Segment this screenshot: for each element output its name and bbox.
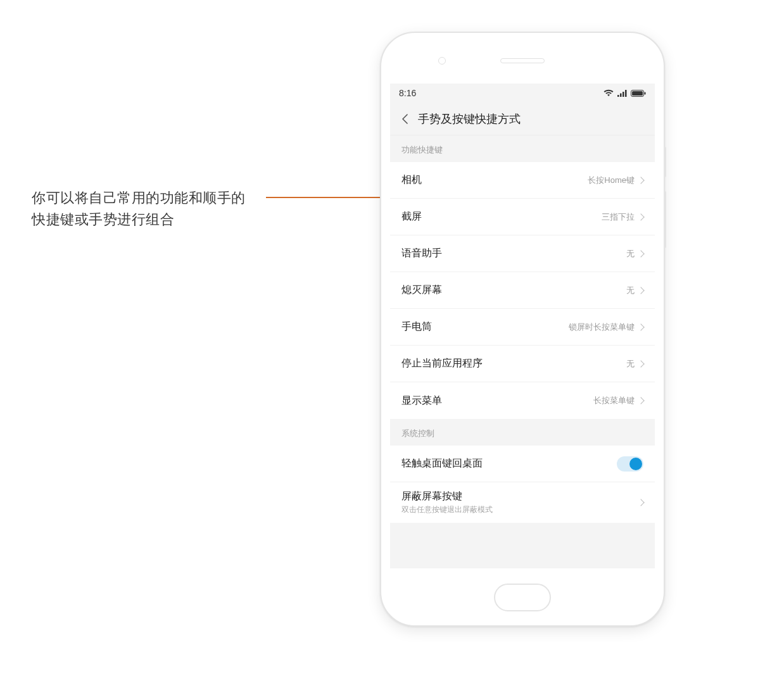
toggle-knob bbox=[629, 458, 642, 470]
content: 功能快捷键 相机 长按Home键 截屏 三指下拉 bbox=[390, 135, 655, 568]
phone-side-button bbox=[664, 191, 666, 248]
chevron-right-icon bbox=[637, 397, 644, 404]
shortcut-list: 相机 长按Home键 截屏 三指下拉 语 bbox=[390, 162, 655, 419]
row-label: 语音助手 bbox=[401, 247, 442, 260]
svg-rect-0 bbox=[617, 95, 619, 97]
back-button[interactable] bbox=[396, 111, 413, 127]
row-block-buttons[interactable]: 屏蔽屏幕按键 双击任意按键退出屏蔽模式 bbox=[390, 482, 655, 523]
row-label: 手电筒 bbox=[401, 320, 432, 334]
screen: 8:16 手势及按键快捷方式 功能快捷键 相机 bbox=[390, 84, 655, 568]
row-value-group: 三指下拉 bbox=[602, 211, 643, 223]
status-icons bbox=[604, 89, 646, 97]
svg-rect-1 bbox=[620, 93, 622, 97]
row-value-group bbox=[638, 500, 643, 505]
row-value: 无 bbox=[626, 358, 635, 370]
battery-icon bbox=[631, 90, 646, 97]
row-label-group: 屏蔽屏幕按键 双击任意按键退出屏蔽模式 bbox=[401, 490, 493, 515]
nav-bar: 手势及按键快捷方式 bbox=[390, 103, 655, 135]
svg-rect-3 bbox=[625, 90, 627, 97]
signal-icon bbox=[617, 90, 627, 97]
row-label: 停止当前应用程序 bbox=[401, 357, 483, 370]
row-value-group: 长按菜单键 bbox=[593, 395, 643, 406]
chevron-right-icon bbox=[637, 499, 644, 506]
toggle-switch[interactable] bbox=[617, 456, 643, 472]
row-value: 长按菜单键 bbox=[593, 395, 635, 406]
row-value: 无 bbox=[626, 285, 635, 296]
row-value-group: 无 bbox=[626, 248, 643, 259]
row-value-group: 无 bbox=[626, 285, 643, 296]
row-value-group: 无 bbox=[626, 358, 643, 370]
system-list: 轻触桌面键回桌面 屏蔽屏幕按键 双击任意按键退出屏蔽模式 bbox=[390, 446, 655, 523]
row-sublabel: 双击任意按键退出屏蔽模式 bbox=[401, 504, 493, 515]
chevron-right-icon bbox=[637, 360, 644, 367]
row-value-group: 锁屏时长按菜单键 bbox=[569, 322, 643, 333]
phone-frame: 8:16 手势及按键快捷方式 功能快捷键 相机 bbox=[380, 32, 665, 627]
row-label: 熄灭屏幕 bbox=[401, 284, 442, 297]
row-home-tap[interactable]: 轻触桌面键回桌面 bbox=[390, 446, 655, 482]
status-time: 8:16 bbox=[399, 88, 416, 98]
chevron-right-icon bbox=[637, 287, 644, 294]
row-value: 无 bbox=[626, 248, 635, 259]
phone-camera bbox=[438, 57, 446, 65]
row-value-group: 长按Home键 bbox=[588, 175, 643, 186]
row-label: 相机 bbox=[401, 173, 422, 187]
row-flashlight[interactable]: 手电筒 锁屏时长按菜单键 bbox=[390, 309, 655, 346]
row-label: 截屏 bbox=[401, 210, 422, 223]
section-header-shortcuts: 功能快捷键 bbox=[390, 135, 655, 162]
chevron-left-icon bbox=[401, 114, 408, 124]
row-show-menu[interactable]: 显示菜单 长按菜单键 bbox=[390, 382, 655, 419]
annotation-line1: 你可以将自己常用的功能和顺手的 bbox=[32, 190, 246, 206]
svg-rect-5 bbox=[632, 91, 643, 96]
status-bar: 8:16 bbox=[390, 84, 655, 103]
row-stop-current-app[interactable]: 停止当前应用程序 无 bbox=[390, 346, 655, 382]
row-label: 屏蔽屏幕按键 bbox=[401, 490, 493, 503]
svg-rect-2 bbox=[623, 92, 624, 97]
phone-side-button bbox=[664, 147, 666, 177]
page-title: 手势及按键快捷方式 bbox=[418, 111, 521, 127]
chevron-right-icon bbox=[637, 323, 644, 330]
row-screenshot[interactable]: 截屏 三指下拉 bbox=[390, 199, 655, 235]
section-header-system: 系统控制 bbox=[390, 419, 655, 446]
row-label: 轻触桌面键回桌面 bbox=[401, 457, 483, 470]
row-turn-off-screen[interactable]: 熄灭屏幕 无 bbox=[390, 272, 655, 309]
row-camera[interactable]: 相机 长按Home键 bbox=[390, 162, 655, 199]
chevron-right-icon bbox=[637, 213, 644, 220]
row-value: 长按Home键 bbox=[588, 175, 635, 186]
phone-home-button[interactable] bbox=[494, 584, 551, 611]
row-voice-assistant[interactable]: 语音助手 无 bbox=[390, 235, 655, 272]
chevron-right-icon bbox=[637, 177, 644, 184]
svg-rect-6 bbox=[645, 92, 646, 94]
row-label: 显示菜单 bbox=[401, 394, 442, 408]
row-value: 锁屏时长按菜单键 bbox=[569, 322, 635, 333]
phone-speaker bbox=[500, 58, 545, 63]
annotation-line2: 快捷键或手势进行组合 bbox=[32, 211, 174, 227]
row-value: 三指下拉 bbox=[602, 211, 635, 223]
annotation-text: 你可以将自己常用的功能和顺手的 快捷键或手势进行组合 bbox=[32, 187, 266, 230]
wifi-icon bbox=[604, 89, 614, 97]
row-value-group bbox=[617, 456, 643, 472]
annotation-connector-line bbox=[266, 197, 389, 198]
chevron-right-icon bbox=[637, 250, 644, 257]
